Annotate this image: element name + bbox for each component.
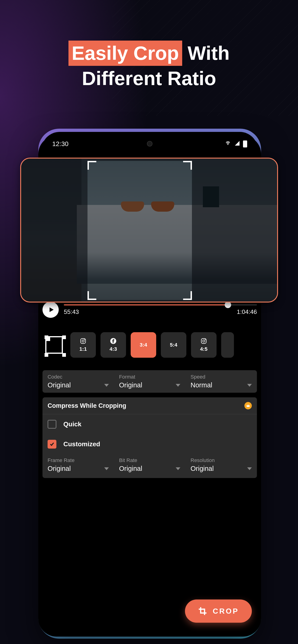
ratio-selector[interactable]: 1:1 4:3 3:4 5:4 4:5 <box>43 332 257 358</box>
seek-slider[interactable] <box>64 304 257 306</box>
setting-label: Format <box>119 374 180 380</box>
ratio-3-4-button[interactable]: 3:4 <box>131 332 156 358</box>
resolution-select[interactable]: Resolution Original <box>185 456 257 474</box>
chevron-down-icon <box>176 384 180 387</box>
headline: Easily Crop With Different Ratio <box>0 40 298 91</box>
crown-icon <box>246 404 250 407</box>
bitrate-select[interactable]: Bit Rate Original <box>114 456 185 474</box>
chevron-down-icon <box>247 384 252 387</box>
playback-bar: 55:43 1:04:46 <box>43 302 257 318</box>
codec-select[interactable]: Codec Original <box>43 372 114 390</box>
chevron-down-icon <box>247 467 252 470</box>
ratio-4-5-button[interactable]: 4:5 <box>191 332 216 358</box>
framerate-select[interactable]: Frame Rate Original <box>43 456 114 474</box>
setting-label: Frame Rate <box>48 458 109 464</box>
setting-value: Original <box>119 465 142 472</box>
setting-label: Speed <box>191 374 252 380</box>
time-current: 55:43 <box>64 308 79 316</box>
encode-settings: Codec Original Format Original Speed Nor… <box>43 370 257 393</box>
svg-point-5 <box>203 340 205 342</box>
format-select[interactable]: Format Original <box>114 372 185 390</box>
play-button[interactable] <box>43 302 59 318</box>
setting-value: Original <box>48 465 71 472</box>
setting-label: Bit Rate <box>119 458 180 464</box>
ratio-label: 1:1 <box>79 346 87 352</box>
camera-notch <box>147 141 152 146</box>
setting-value: Original <box>119 381 142 389</box>
battery-icon <box>243 140 247 148</box>
chevron-down-icon <box>104 467 109 470</box>
ratio-5-4-button[interactable]: 5:4 <box>161 332 186 358</box>
setting-value: Original <box>48 381 71 389</box>
free-crop-icon <box>45 336 63 354</box>
play-icon <box>48 306 55 313</box>
quick-option-row[interactable]: Quick <box>43 414 257 434</box>
instagram-icon <box>200 338 207 344</box>
customized-checkbox[interactable] <box>48 440 56 448</box>
chevron-down-icon <box>176 467 180 470</box>
status-time: 12:30 <box>52 140 69 148</box>
headline-text-1: With <box>182 42 230 64</box>
ratio-label: 3:4 <box>140 342 147 348</box>
instagram-icon <box>80 338 86 344</box>
status-bar: 12:30 <box>38 136 261 152</box>
setting-value: Normal <box>191 381 212 389</box>
ratio-4-3-button[interactable]: 4:3 <box>101 332 126 358</box>
setting-label: Resolution <box>191 458 252 464</box>
video-preview[interactable] <box>20 158 278 302</box>
customized-option-row[interactable]: Customized <box>43 434 257 454</box>
ratio-1-1-button[interactable]: 1:1 <box>70 332 96 358</box>
quick-checkbox[interactable] <box>48 420 56 429</box>
setting-value: Original <box>191 465 214 472</box>
check-icon <box>49 442 55 447</box>
signal-icon <box>234 140 241 148</box>
customized-label: Customized <box>63 440 100 448</box>
ratio-more-button[interactable] <box>221 332 234 358</box>
svg-point-6 <box>205 339 206 340</box>
speed-select[interactable]: Speed Normal <box>185 372 257 390</box>
compress-title: Compress While Cropping <box>48 402 126 410</box>
svg-point-2 <box>84 339 85 340</box>
crop-button[interactable]: CROP <box>185 600 252 623</box>
crop-button-label: CROP <box>213 607 239 616</box>
free-crop-button[interactable] <box>43 333 66 356</box>
chevron-down-icon <box>104 384 109 387</box>
ratio-label: 4:3 <box>110 346 117 352</box>
ratio-label: 5:4 <box>170 342 177 348</box>
svg-point-1 <box>82 340 84 342</box>
wifi-icon <box>224 140 231 148</box>
crop-icon <box>198 606 207 616</box>
headline-highlight: Easily Crop <box>69 40 182 66</box>
quick-label: Quick <box>63 420 82 428</box>
time-total: 1:04:46 <box>237 308 257 316</box>
facebook-icon <box>110 338 117 344</box>
ratio-label: 4:5 <box>200 346 207 352</box>
setting-label: Codec <box>48 374 109 380</box>
compress-panel: Compress While Cropping Quick Customized… <box>43 397 257 478</box>
premium-badge[interactable] <box>244 402 252 410</box>
headline-text-2: Different Ratio <box>82 68 216 89</box>
